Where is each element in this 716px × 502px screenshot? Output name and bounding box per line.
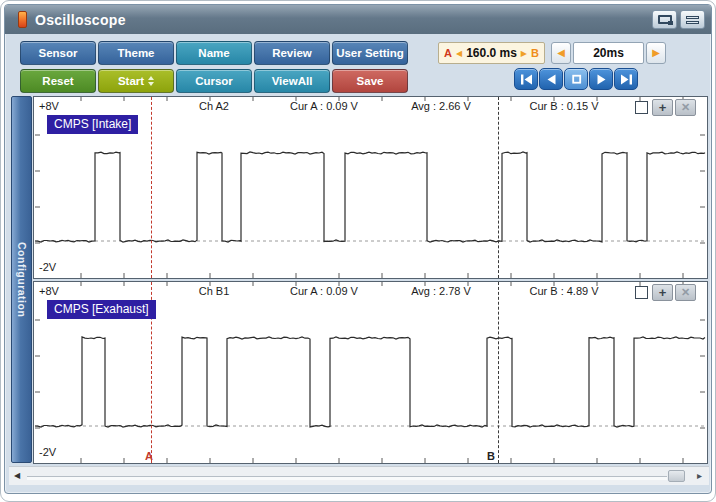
- channel-panel-b1: +8V Ch B1 Cur A : 0.09 V Avg : 2.78 V Cu…: [33, 281, 708, 464]
- skip-start-icon: [520, 74, 533, 85]
- channel-panel-a2: +8V Ch A2 Cur A : 0.09 V Avg : 2.66 V Cu…: [33, 96, 708, 279]
- cursor-a-tag: A: [145, 450, 153, 462]
- cursor-a-line[interactable]: [151, 97, 152, 278]
- scroll-grip-icon[interactable]: ▸: [697, 470, 702, 481]
- review-button[interactable]: Review: [254, 41, 330, 65]
- arrange-window-button[interactable]: [680, 10, 705, 29]
- cursor-button[interactable]: Cursor: [176, 69, 252, 93]
- cursor-a-readout: Cur A : 0.09 V: [264, 285, 384, 297]
- save-button[interactable]: Save: [332, 69, 408, 93]
- close-channel-button[interactable]: ✕: [675, 284, 696, 301]
- capture-window-button[interactable]: [652, 10, 677, 29]
- app-icon: [18, 11, 27, 28]
- vmin-label: -2V: [39, 446, 56, 458]
- skip-to-start-button[interactable]: [514, 68, 538, 90]
- zoom-in-button[interactable]: +: [652, 99, 673, 116]
- zoom-in-button[interactable]: +: [652, 284, 673, 301]
- cursor-a-readout: Cur A : 0.09 V: [264, 100, 384, 112]
- play-forward-icon: [595, 74, 608, 85]
- timebase-decrease-button[interactable]: ◀: [551, 42, 571, 64]
- vmax-label: +8V: [39, 100, 59, 112]
- step-back-button[interactable]: [539, 68, 563, 90]
- sidebar-label: Configuration: [16, 242, 28, 317]
- start-button[interactable]: Start: [98, 69, 174, 93]
- sidebar-configuration[interactable]: Configuration: [11, 96, 32, 463]
- stacked-panels-icon: [686, 16, 699, 24]
- sensor-badge: CMPS [Intake]: [47, 115, 138, 134]
- stop-button[interactable]: [564, 68, 588, 90]
- channel-visible-checkbox[interactable]: [635, 286, 648, 299]
- cursor-b-line[interactable]: [498, 97, 499, 278]
- title-bar: Oscilloscope: [5, 5, 711, 34]
- average-readout: Avg : 2.78 V: [386, 285, 496, 297]
- monitor-icon: [658, 15, 672, 24]
- average-readout: Avg : 2.66 V: [386, 100, 496, 112]
- cursor-b-label: B: [531, 47, 539, 59]
- range-value: 160.0 ms: [466, 46, 517, 60]
- window-title: Oscilloscope: [35, 12, 126, 28]
- timebase-increase-button[interactable]: ▶: [646, 42, 666, 64]
- reset-button[interactable]: Reset: [20, 69, 96, 93]
- channel-name: Ch A2: [174, 100, 254, 112]
- scrollbar-thumb[interactable]: [668, 470, 685, 482]
- channel-name: Ch B1: [174, 285, 254, 297]
- skip-end-icon: [620, 74, 633, 85]
- step-forward-button[interactable]: [589, 68, 613, 90]
- sensor-button[interactable]: Sensor: [20, 41, 96, 65]
- cursor-range-display: A ◀ 160.0 ms ▶ B: [438, 42, 545, 64]
- start-spinner-icon: [148, 76, 154, 86]
- cursor-b-line[interactable]: [498, 282, 499, 463]
- oscilloscope-window: Oscilloscope Sensor Theme Name Review Us…: [4, 4, 712, 494]
- vmin-label: -2V: [39, 261, 56, 273]
- cursor-a-label: A: [444, 47, 452, 59]
- view-all-button[interactable]: ViewAll: [254, 69, 330, 93]
- cursor-b-tag: B: [487, 450, 495, 462]
- scroll-left-arrow-icon[interactable]: ◀: [14, 471, 20, 480]
- play-back-icon: [545, 74, 558, 85]
- arrow-left-icon: ◀: [456, 49, 462, 58]
- skip-to-end-button[interactable]: [614, 68, 638, 90]
- stop-icon: [570, 74, 583, 85]
- vmax-label: +8V: [39, 285, 59, 297]
- scrollbar-track[interactable]: [27, 476, 667, 480]
- name-button[interactable]: Name: [176, 41, 252, 65]
- cursor-b-readout: Cur B : 4.89 V: [504, 285, 624, 297]
- user-setting-button[interactable]: User Setting: [332, 41, 408, 65]
- cursor-b-readout: Cur B : 0.15 V: [504, 100, 624, 112]
- arrow-right-icon: ▶: [521, 49, 527, 58]
- timebase-value: 20ms: [573, 42, 644, 64]
- close-channel-button[interactable]: ✕: [675, 99, 696, 116]
- theme-button[interactable]: Theme: [98, 41, 174, 65]
- horizontal-scrollbar: ◀ ▸: [9, 466, 709, 485]
- sensor-badge: CMPS [Exahaust]: [47, 300, 156, 319]
- channel-visible-checkbox[interactable]: [635, 101, 648, 114]
